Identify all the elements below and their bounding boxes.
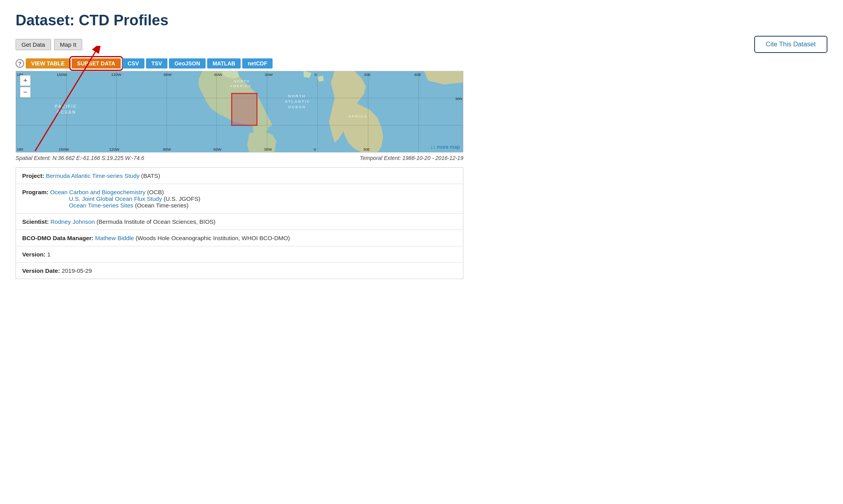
program-link-ocb[interactable]: Ocean Carbon and Biogeochemistry — [50, 189, 146, 195]
matlab-button[interactable]: MATLAB — [207, 58, 241, 68]
program-plain-jgofs: (U.S. JGOFS) — [164, 195, 201, 202]
program-link-jgofs[interactable]: U.S. Joint Global Ocean Flux Study — [69, 195, 162, 202]
map-background: 180 150W. 120W 90W 60W 30W 0 30E 60E 180… — [16, 71, 463, 152]
netcdf-button[interactable]: netCDF — [242, 58, 273, 68]
version-date-value: 2019-05-29 — [62, 267, 92, 274]
zoom-out-button[interactable]: − — [20, 87, 31, 98]
map-it-button[interactable]: Map It — [54, 39, 82, 50]
svg-text:120W: 120W — [111, 72, 122, 77]
version-cell: Version: 1 — [16, 246, 463, 263]
project-cell: Project: Bermuda Atlantic Time-series St… — [16, 168, 463, 184]
svg-text:OCEAN: OCEAN — [288, 105, 306, 109]
version-date-cell: Version Date: 2019-05-29 — [16, 263, 463, 279]
scientist-plain: (Bermuda Institute of Ocean Sciences, BI… — [97, 218, 216, 225]
svg-text:60W: 60W — [213, 147, 222, 151]
data-manager-cell: BCO-DMO Data Manager: Mathew Biddle (Woo… — [16, 230, 463, 246]
top-bar: Get Data Map It Cite This Dataset — [16, 36, 827, 53]
geojson-button[interactable]: GeoJSON — [169, 58, 206, 68]
table-row: Program: Ocean Carbon and Biogeochemistr… — [16, 184, 463, 214]
svg-text:0: 0 — [314, 147, 316, 151]
page-title: Dataset: CTD Profiles — [16, 12, 827, 29]
svg-text:60E: 60E — [414, 72, 421, 77]
program-label: Program: — [22, 189, 49, 195]
project-label: Project: — [22, 172, 44, 179]
data-manager-label: BCO-DMO Data Manager: — [22, 235, 93, 241]
scientist-link[interactable]: Rodney Johnson — [51, 218, 95, 225]
svg-text:ATLANTIC: ATLANTIC — [285, 99, 310, 104]
table-row: Version Date: 2019-05-29 — [16, 263, 463, 279]
program-plain-ocb: (OCB) — [147, 189, 164, 195]
map-container[interactable]: 180 150W. 120W 90W 60W 30W 0 30E 60E 180… — [16, 71, 463, 153]
cite-dataset-button[interactable]: Cite This Dataset — [754, 36, 827, 53]
svg-text:180: 180 — [17, 147, 23, 151]
scientist-label: Scientist: — [22, 218, 49, 225]
version-label: Version: — [22, 251, 46, 258]
svg-text:150W: 150W — [59, 147, 69, 151]
svg-text:PACIFIC: PACIFIC — [55, 104, 77, 109]
project-plain: (BATS) — [141, 172, 160, 179]
metadata-table: Project: Bermuda Atlantic Time-series St… — [16, 167, 463, 279]
program-cell: Program: Ocean Carbon and Biogeochemistr… — [16, 184, 463, 214]
svg-text:30W: 30W — [265, 72, 273, 77]
svg-text:NORTH: NORTH — [234, 79, 250, 83]
svg-text:NORTH: NORTH — [288, 94, 306, 98]
view-table-button[interactable]: VIEW TABLE — [26, 58, 70, 68]
version-date-label: Version Date: — [22, 267, 60, 274]
csv-button[interactable]: CSV — [122, 58, 144, 68]
svg-text:60W: 60W — [214, 72, 222, 77]
data-manager-link[interactable]: Mathew Biddle — [95, 235, 134, 241]
svg-text:30E: 30E — [364, 72, 371, 77]
extent-bar: Spatial Extent: N:36.662 E:-61.166 S:19.… — [16, 155, 463, 161]
subset-data-button[interactable]: SUBSET DATA — [72, 58, 121, 68]
toolbar: ? VIEW TABLE SUBSET DATA CSV TSV GeoJSON… — [16, 58, 827, 68]
table-row: BCO-DMO Data Manager: Mathew Biddle (Woo… — [16, 230, 463, 246]
map-zoom-controls: + − — [20, 75, 31, 98]
table-row: Scientist: Rodney Johnson (Bermuda Insti… — [16, 214, 463, 230]
svg-rect-41 — [232, 93, 257, 125]
version-value: 1 — [47, 251, 50, 258]
top-bar-left: Get Data Map It — [16, 39, 82, 50]
spatial-extent-text: Spatial Extent: N:36.662 E:-61.166 S:19.… — [16, 155, 144, 161]
svg-text:30N: 30N — [455, 97, 462, 101]
svg-text:120W: 120W — [109, 147, 120, 151]
svg-text:AFRICA: AFRICA — [348, 114, 368, 118]
svg-text:90W: 90W — [163, 147, 171, 151]
program-jgofs-row: U.S. Joint Global Ocean Flux Study (U.S.… — [22, 195, 457, 202]
more-map-link[interactable]: ↓↓ more map — [430, 144, 460, 150]
program-timeseries-row: Ocean Time-series Sites (Ocean Time-seri… — [22, 202, 457, 209]
svg-text:30E: 30E — [363, 147, 370, 151]
program-row: Program: Ocean Carbon and Biogeochemistr… — [22, 189, 457, 195]
tsv-button[interactable]: TSV — [146, 58, 167, 68]
temporal-extent-text: Temporal Extent: 1988-10-20 - 2016-12-19 — [360, 155, 463, 161]
help-icon[interactable]: ? — [16, 59, 24, 68]
svg-text:0: 0 — [315, 72, 317, 77]
program-plain-timeseries: (Ocean Time-series) — [135, 202, 189, 209]
svg-text:30W: 30W — [264, 147, 272, 151]
table-row: Project: Bermuda Atlantic Time-series St… — [16, 168, 463, 184]
scientist-cell: Scientist: Rodney Johnson (Bermuda Insti… — [16, 214, 463, 230]
get-data-button[interactable]: Get Data — [16, 39, 51, 50]
program-link-timeseries[interactable]: Ocean Time-series Sites — [69, 202, 133, 209]
svg-text:90W: 90W — [164, 72, 172, 77]
svg-text:150W.: 150W. — [57, 72, 68, 77]
data-manager-plain: (Woods Hole Oceanographic Institution, W… — [136, 235, 290, 241]
zoom-in-button[interactable]: + — [20, 75, 31, 86]
project-link[interactable]: Bermuda Atlantic Time-series Study — [46, 172, 140, 179]
table-row: Version: 1 — [16, 246, 463, 263]
svg-text:AMERICA: AMERICA — [230, 84, 252, 88]
svg-text:OCEAN: OCEAN — [57, 110, 76, 114]
